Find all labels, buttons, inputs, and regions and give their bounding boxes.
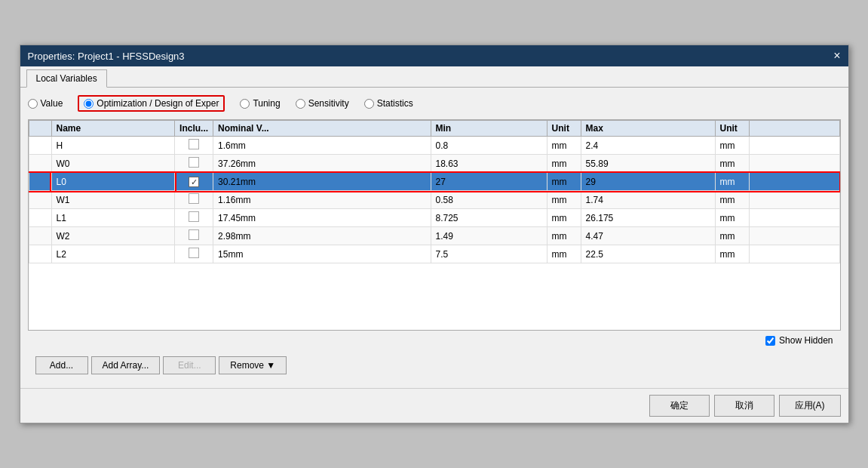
cell-included[interactable] (175, 137, 213, 155)
cell-unit2: mm (715, 137, 749, 155)
add-button[interactable]: Add... (35, 356, 88, 374)
col-header-extra (749, 121, 839, 137)
variables-table: Name Inclu... Nominal V... Min Unit Max … (29, 120, 840, 263)
row-number (29, 209, 51, 227)
tab-strip: Local Variables (20, 66, 848, 88)
cell-max[interactable]: 26.175 (581, 209, 715, 227)
cell-name: H (51, 137, 175, 155)
cell-extra (749, 155, 839, 173)
table-row[interactable]: L215mm7.5mm22.5mm (29, 245, 839, 263)
cell-unit1: mm (547, 227, 581, 245)
cancel-button[interactable]: 取消 (714, 395, 774, 417)
table-row[interactable]: L0✓30.21mm27mm29mm (29, 173, 839, 191)
apply-button[interactable]: 应用(A) (779, 395, 841, 417)
cell-included[interactable] (175, 155, 213, 173)
cell-unit1: mm (547, 155, 581, 173)
properties-dialog: Properties: Project1 - HFSSDesign3 × Loc… (20, 45, 849, 423)
cell-extra (749, 173, 839, 191)
cell-min[interactable]: 0.58 (431, 191, 547, 209)
dialog-content: Value Optimization / Design of Exper Tun… (20, 88, 848, 388)
cell-min[interactable]: 7.5 (431, 245, 547, 263)
cell-max[interactable]: 29 (581, 173, 715, 191)
cell-unit2: mm (715, 227, 749, 245)
cell-name: W0 (51, 155, 175, 173)
cell-unit2: mm (715, 245, 749, 263)
cell-nominal: 30.21mm (213, 173, 431, 191)
title-bar: Properties: Project1 - HFSSDesign3 × (20, 45, 848, 66)
cell-max[interactable]: 1.74 (581, 191, 715, 209)
cell-nominal: 1.16mm (213, 191, 431, 209)
cell-extra (749, 191, 839, 209)
row-number (29, 173, 51, 191)
cell-included[interactable] (175, 245, 213, 263)
col-header-min: Min (431, 121, 547, 137)
remove-button[interactable]: Remove ▼ (219, 356, 287, 374)
cell-name: L1 (51, 209, 175, 227)
cell-unit2: mm (715, 155, 749, 173)
cell-max[interactable]: 22.5 (581, 245, 715, 263)
radio-row: Value Optimization / Design of Exper Tun… (28, 95, 841, 112)
ok-button[interactable]: 确定 (649, 395, 710, 417)
cell-unit1: mm (547, 245, 581, 263)
row-number (29, 245, 51, 263)
col-header-included: Inclu... (175, 121, 213, 137)
cell-name: L0 (51, 173, 175, 191)
radio-statistics[interactable]: Statistics (364, 98, 413, 109)
cell-unit2: mm (715, 191, 749, 209)
bottom-area: Show Hidden (28, 331, 841, 350)
cell-name: W1 (51, 191, 175, 209)
table-row[interactable]: W22.98mm1.49mm4.47mm (29, 227, 839, 245)
col-header-name: Name (51, 121, 175, 137)
row-number (29, 155, 51, 173)
cell-nominal: 15mm (213, 245, 431, 263)
cell-min[interactable]: 8.725 (431, 209, 547, 227)
variables-table-container: Name Inclu... Nominal V... Min Unit Max … (28, 119, 841, 331)
cell-unit1: mm (547, 209, 581, 227)
col-header-empty (29, 121, 51, 137)
cell-name: W2 (51, 227, 175, 245)
cell-min[interactable]: 18.63 (431, 155, 547, 173)
radio-tuning[interactable]: Tuning (240, 98, 280, 109)
table-row[interactable]: W11.16mm0.58mm1.74mm (29, 191, 839, 209)
cell-included[interactable] (175, 209, 213, 227)
show-hidden-label[interactable]: Show Hidden (765, 335, 833, 346)
cell-nominal: 1.6mm (213, 137, 431, 155)
cell-unit2: mm (715, 173, 749, 191)
tab-local-variables[interactable]: Local Variables (26, 69, 107, 88)
col-header-max: Max (581, 121, 715, 137)
cell-min[interactable]: 1.49 (431, 227, 547, 245)
radio-optimization[interactable]: Optimization / Design of Exper (78, 95, 225, 112)
cell-max[interactable]: 2.4 (581, 137, 715, 155)
cell-unit1: mm (547, 191, 581, 209)
radio-sensitivity[interactable]: Sensitivity (296, 98, 349, 109)
table-row[interactable]: L117.45mm8.725mm26.175mm (29, 209, 839, 227)
cell-max[interactable]: 4.47 (581, 227, 715, 245)
cell-min[interactable]: 0.8 (431, 137, 547, 155)
row-number (29, 191, 51, 209)
cell-unit2: mm (715, 209, 749, 227)
cell-included[interactable] (175, 191, 213, 209)
cell-included[interactable]: ✓ (175, 173, 213, 191)
radio-value[interactable]: Value (28, 98, 63, 109)
col-header-nominal: Nominal V... (213, 121, 431, 137)
row-number (29, 227, 51, 245)
cell-nominal: 17.45mm (213, 209, 431, 227)
action-button-row: Add... Add Array... Edit... Remove ▼ (28, 350, 841, 380)
close-button[interactable]: × (833, 50, 840, 62)
cell-min[interactable]: 27 (431, 173, 547, 191)
cell-included[interactable] (175, 227, 213, 245)
col-header-unit1: Unit (547, 121, 581, 137)
cell-extra (749, 245, 839, 263)
cell-unit1: mm (547, 173, 581, 191)
cell-max[interactable]: 55.89 (581, 155, 715, 173)
cell-unit1: mm (547, 137, 581, 155)
table-row[interactable]: W037.26mm18.63mm55.89mm (29, 155, 839, 173)
edit-button[interactable]: Edit... (163, 356, 216, 374)
col-header-unit2: Unit (715, 121, 749, 137)
table-row[interactable]: H1.6mm0.8mm2.4mm (29, 137, 839, 155)
cell-extra (749, 209, 839, 227)
cell-nominal: 37.26mm (213, 155, 431, 173)
row-number (29, 137, 51, 155)
add-array-button[interactable]: Add Array... (91, 356, 161, 374)
show-hidden-checkbox[interactable] (765, 336, 775, 346)
